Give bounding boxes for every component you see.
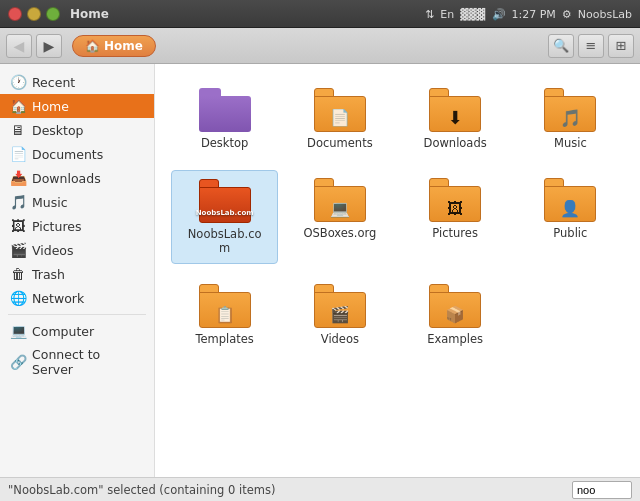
tray-time: 1:27 PM [512,8,556,21]
downloads-overlay-icon: ⬇ [448,107,463,128]
file-label-documents: Documents [307,136,373,150]
tray-settings-icon[interactable]: ⚙ [562,8,572,21]
sidebar-label-computer: Computer [32,324,94,339]
tray-battery: ▓▓▓ [460,8,485,21]
minimize-button[interactable] [27,7,41,21]
tray-arrows: ⇅ [425,8,434,21]
sidebar: 🕐 Recent 🏠 Home 🖥 Desktop 📄 Documents 📥 … [0,64,155,477]
sidebar-label-desktop: Desktop [32,123,84,138]
file-item-documents[interactable]: 📄 Documents [286,80,393,158]
file-item-examples[interactable]: 📦 Examples [402,276,509,354]
file-item-public[interactable]: 👤 Public [517,170,624,264]
examples-overlay-icon: 📦 [445,305,465,324]
file-item-videos[interactable]: 🎬 Videos [286,276,393,354]
toolbar-right: 🔍 ≡ ⊞ [548,34,634,58]
file-item-noobslab[interactable]: NoobsLab.com NoobsLab.com [171,170,278,264]
system-tray: ⇅ En ▓▓▓ 🔊 1:27 PM ⚙ NoobsLab [425,0,640,28]
folder-icon-downloads: ⬇ [429,88,481,132]
list-view-icon: ≡ [586,38,597,53]
file-item-desktop[interactable]: Desktop [171,80,278,158]
sidebar-item-recent[interactable]: 🕐 Recent [0,70,154,94]
documents-icon: 📄 [10,146,26,162]
sidebar-item-downloads[interactable]: 📥 Downloads [0,166,154,190]
status-bar: "NoobsLab.com" selected (containing 0 it… [0,477,640,501]
list-view-button[interactable]: ≡ [578,34,604,58]
sidebar-item-videos[interactable]: 🎬 Videos [0,238,154,262]
file-item-pictures[interactable]: 🖼 Pictures [402,170,509,264]
sidebar-item-documents[interactable]: 📄 Documents [0,142,154,166]
maximize-button[interactable] [46,7,60,21]
pictures-icon: 🖼 [10,218,26,234]
sidebar-label-home: Home [32,99,69,114]
sidebar-item-home[interactable]: 🏠 Home [0,94,154,118]
noobslab-text-overlay: NoobsLab.com [196,209,254,217]
sidebar-label-pictures: Pictures [32,219,82,234]
file-item-music[interactable]: 🎵 Music [517,80,624,158]
public-overlay-icon: 👤 [560,199,580,218]
location-pill[interactable]: 🏠 Home [72,35,156,57]
tray-keyboard: En [440,8,454,21]
status-search [572,481,632,499]
home-icon: 🏠 [85,39,100,53]
sidebar-label-connect-server: Connect to Server [32,347,144,377]
forward-button[interactable]: ▶ [36,34,62,58]
search-icon: 🔍 [553,38,569,53]
videos-overlay-icon: 🎬 [330,305,350,324]
folder-icon-desktop [199,88,251,132]
sidebar-label-downloads: Downloads [32,171,101,186]
back-button[interactable]: ◀ [6,34,32,58]
file-label-public: Public [553,226,587,240]
tray-volume: 🔊 [492,8,506,21]
downloads-icon: 📥 [10,170,26,186]
tray-user: NoobsLab [578,8,632,21]
status-selected-text: "NoobsLab.com" selected (containing 0 it… [8,483,275,497]
sidebar-item-music[interactable]: 🎵 Music [0,190,154,214]
sidebar-label-recent: Recent [32,75,75,90]
sidebar-label-trash: Trash [32,267,65,282]
file-label-desktop: Desktop [201,136,248,150]
file-label-videos: Videos [321,332,359,346]
search-button[interactable]: 🔍 [548,34,574,58]
toolbar: ◀ ▶ 🏠 Home 🔍 ≡ ⊞ [0,28,640,64]
sidebar-label-videos: Videos [32,243,74,258]
music-icon: 🎵 [10,194,26,210]
home-icon: 🏠 [10,98,26,114]
pictures-overlay-icon: 🖼 [447,199,463,218]
templates-overlay-icon: 📋 [215,305,235,324]
location-label: Home [104,39,143,53]
location-bar: 🏠 Home [72,35,538,57]
folder-icon-osboxes: 💻 [314,178,366,222]
file-label-downloads: Downloads [424,136,487,150]
sidebar-item-computer[interactable]: 💻 Computer [0,319,154,343]
title-bar: Home ⇅ En ▓▓▓ 🔊 1:27 PM ⚙ NoobsLab [0,0,640,28]
sidebar-item-desktop[interactable]: 🖥 Desktop [0,118,154,142]
close-button[interactable] [8,7,22,21]
file-label-music: Music [554,136,587,150]
file-item-osboxes[interactable]: 💻 OSBoxes.org [286,170,393,264]
file-label-pictures: Pictures [432,226,478,240]
sidebar-item-network[interactable]: 🌐 Network [0,286,154,310]
sidebar-item-connect-server[interactable]: 🔗 Connect to Server [0,343,154,381]
videos-icon: 🎬 [10,242,26,258]
grid-view-button[interactable]: ⊞ [608,34,634,58]
computer-icon: 💻 [10,323,26,339]
documents-overlay-icon: 📄 [330,108,350,127]
forward-icon: ▶ [44,38,55,54]
network-icon: 🌐 [10,290,26,306]
grid-view-icon: ⊞ [616,38,627,53]
main-layout: 🕐 Recent 🏠 Home 🖥 Desktop 📄 Documents 📥 … [0,64,640,477]
osboxes-overlay-icon: 💻 [330,199,350,218]
folder-icon-music: 🎵 [544,88,596,132]
file-item-templates[interactable]: 📋 Templates [171,276,278,354]
window-controls [8,7,60,21]
folder-icon-public: 👤 [544,178,596,222]
music-overlay-icon: 🎵 [560,108,581,128]
sidebar-label-network: Network [32,291,84,306]
sidebar-item-pictures[interactable]: 🖼 Pictures [0,214,154,238]
window-title: Home [70,7,109,21]
status-search-input[interactable] [572,481,632,499]
file-item-downloads[interactable]: ⬇ Downloads [402,80,509,158]
file-label-osboxes: OSBoxes.org [303,226,376,240]
desktop-icon: 🖥 [10,122,26,138]
sidebar-item-trash[interactable]: 🗑 Trash [0,262,154,286]
